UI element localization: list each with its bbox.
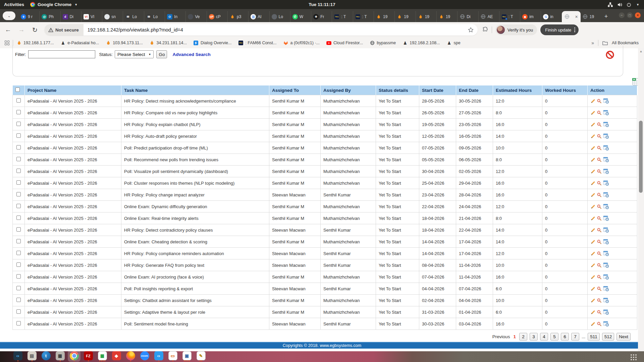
edit-icon[interactable] bbox=[590, 145, 595, 150]
row-checkbox[interactable] bbox=[16, 122, 21, 126]
back-button[interactable]: ← bbox=[3, 24, 13, 35]
column-header[interactable]: Worked Hours bbox=[542, 85, 588, 95]
browser-tab[interactable]: |||AI bbox=[248, 11, 269, 22]
browser-tab[interactable]: TKC: T bbox=[499, 11, 520, 22]
browser-tab[interactable]: Lo bbox=[269, 11, 290, 22]
page-button[interactable]: 3 bbox=[530, 333, 538, 341]
browser-tab[interactable]: p3 bbox=[227, 11, 248, 22]
advanced-search-link[interactable]: Advanced Search bbox=[172, 52, 210, 57]
browser-tab[interactable]: @Ph bbox=[39, 11, 60, 22]
bookmark-item[interactable]: a (0cf092c1) ·... bbox=[283, 41, 320, 46]
view-icon[interactable] bbox=[597, 310, 602, 315]
row-checkbox[interactable] bbox=[16, 298, 21, 302]
view-icon[interactable] bbox=[597, 263, 602, 268]
dock-app-libreoffice-calc[interactable]: ▦ bbox=[97, 351, 107, 362]
browser-tab[interactable]: 99 r bbox=[19, 11, 39, 22]
browser-tab[interactable]: 19 bbox=[374, 11, 394, 22]
row-checkbox[interactable] bbox=[16, 262, 21, 267]
bookmark-item[interactable]: ♟spe bbox=[447, 41, 461, 46]
bookmark-item[interactable]: 103.94.173.11... bbox=[106, 41, 143, 46]
timesheet-icon[interactable] bbox=[603, 133, 609, 139]
view-icon[interactable] bbox=[597, 192, 602, 197]
scrollbar-thumb[interactable] bbox=[639, 121, 643, 193]
timesheet-icon[interactable] bbox=[603, 239, 609, 244]
row-checkbox[interactable] bbox=[16, 286, 21, 290]
edit-icon[interactable] bbox=[590, 181, 595, 186]
browser-tab[interactable]: ✉Lo bbox=[123, 11, 144, 22]
row-checkbox[interactable] bbox=[16, 180, 21, 185]
edit-icon[interactable] bbox=[590, 134, 595, 139]
active-tab[interactable]: × bbox=[562, 11, 581, 22]
address-bar[interactable]: Not secure 192.168.1.242/pmo/viewtask.ph… bbox=[44, 24, 478, 36]
edit-icon[interactable] bbox=[590, 157, 595, 162]
row-checkbox[interactable] bbox=[16, 133, 21, 138]
edit-icon[interactable] bbox=[590, 122, 595, 127]
bookmark-item[interactable]: ♟e-Padasalai ho... bbox=[60, 41, 99, 46]
row-checkbox[interactable] bbox=[16, 145, 21, 149]
row-checkbox[interactable] bbox=[16, 309, 21, 314]
select-all-checkbox[interactable] bbox=[15, 87, 20, 92]
view-icon[interactable] bbox=[597, 321, 602, 326]
browser-tab[interactable]: 19 bbox=[436, 11, 457, 22]
close-window-button[interactable]: × bbox=[635, 12, 641, 18]
row-checkbox[interactable] bbox=[16, 110, 21, 114]
edit-icon[interactable] bbox=[590, 251, 595, 256]
dock-app-firefox[interactable] bbox=[125, 351, 136, 362]
row-checkbox[interactable] bbox=[16, 239, 21, 243]
row-checkbox[interactable] bbox=[16, 157, 21, 161]
forward-button[interactable]: → bbox=[16, 24, 27, 35]
column-header[interactable]: Project Name bbox=[25, 85, 121, 95]
column-header[interactable]: Task Name bbox=[121, 85, 269, 95]
row-checkbox[interactable] bbox=[16, 204, 21, 208]
go-button[interactable]: Go bbox=[156, 50, 167, 58]
dock-app-vscode-dark[interactable]: ‹› bbox=[13, 351, 23, 362]
browser-tab[interactable]: Ve bbox=[185, 11, 206, 22]
timesheet-icon[interactable] bbox=[603, 204, 609, 209]
all-bookmarks-button[interactable]: All Bookmarks bbox=[612, 41, 639, 45]
column-header[interactable]: Assigned By bbox=[321, 85, 376, 95]
row-checkbox[interactable] bbox=[16, 274, 21, 279]
row-checkbox[interactable] bbox=[16, 98, 21, 103]
browser-tab[interactable]: 19 bbox=[394, 11, 415, 22]
bookmarks-overflow-button[interactable]: » bbox=[591, 40, 594, 46]
dock-app-libreoffice-writer[interactable]: ✎ bbox=[196, 351, 206, 362]
close-tab-button[interactable]: × bbox=[575, 14, 578, 19]
edit-icon[interactable] bbox=[590, 216, 595, 221]
view-icon[interactable] bbox=[597, 157, 602, 162]
column-header[interactable]: Action bbox=[588, 85, 637, 95]
page-button[interactable]: 511 bbox=[588, 333, 600, 341]
clock[interactable]: Tue 11:11:17 bbox=[0, 2, 644, 7]
next-page-button[interactable]: Next bbox=[616, 333, 631, 341]
row-checkbox[interactable] bbox=[16, 216, 21, 220]
previous-page-link[interactable]: Previous bbox=[492, 334, 510, 339]
view-icon[interactable] bbox=[597, 275, 602, 280]
timesheet-icon[interactable] bbox=[603, 157, 609, 162]
browser-tab[interactable]: V!VI bbox=[81, 11, 102, 22]
show-applications-button[interactable] bbox=[631, 354, 637, 360]
browser-tab[interactable]: Gin bbox=[541, 11, 561, 22]
status-select[interactable]: Please Select ▼ bbox=[115, 50, 154, 58]
dock-app-chrome[interactable] bbox=[69, 351, 79, 362]
column-header[interactable]: Assigned To bbox=[269, 85, 321, 95]
column-header[interactable]: Start Date bbox=[419, 85, 456, 95]
column-header[interactable]: Estimated Hours bbox=[493, 85, 542, 95]
page-button[interactable]: 2 bbox=[519, 333, 527, 341]
url-text[interactable]: 192.168.1.242/pmo/viewtask.php?mod_id=4 bbox=[88, 27, 464, 33]
edit-icon[interactable] bbox=[590, 110, 595, 115]
browser-tab[interactable]: Di bbox=[457, 11, 478, 22]
security-chip[interactable]: Not secure bbox=[44, 24, 84, 36]
bookmark-item[interactable]: Cloud Firestor... bbox=[326, 41, 363, 46]
dock-app-libreoffice-draw[interactable]: ▣ bbox=[182, 351, 192, 362]
edit-icon[interactable] bbox=[590, 169, 595, 174]
view-icon[interactable] bbox=[597, 99, 602, 104]
edit-icon[interactable] bbox=[590, 298, 595, 303]
browser-tab[interactable]: 19 bbox=[416, 11, 436, 22]
timesheet-icon[interactable] bbox=[603, 286, 609, 291]
view-icon[interactable] bbox=[597, 122, 602, 127]
view-icon[interactable] bbox=[597, 286, 602, 291]
timesheet-icon[interactable] bbox=[603, 216, 609, 221]
timesheet-icon[interactable] bbox=[603, 180, 609, 186]
row-checkbox[interactable] bbox=[16, 227, 21, 232]
edit-icon[interactable] bbox=[590, 204, 595, 209]
timesheet-icon[interactable] bbox=[603, 145, 609, 150]
